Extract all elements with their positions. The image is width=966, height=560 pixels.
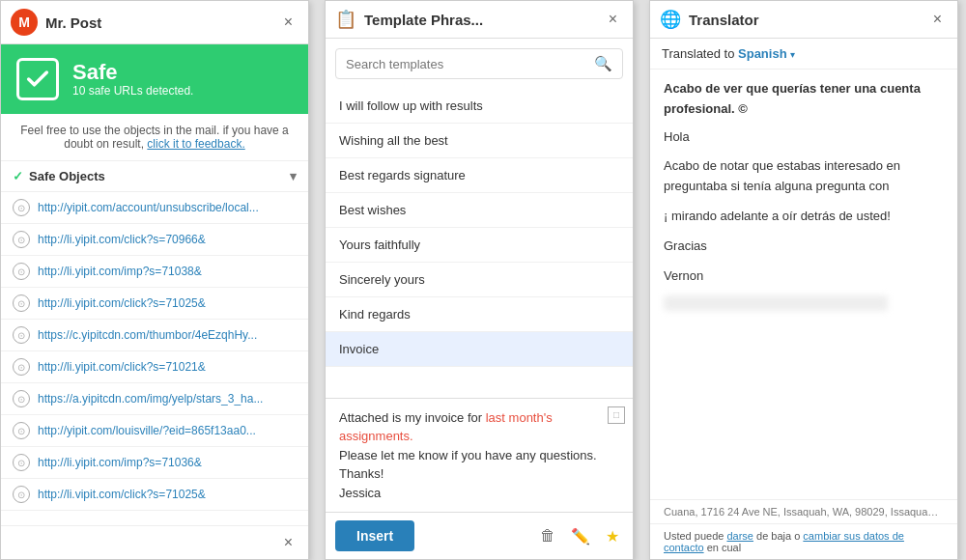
translator-icon: 🌐	[660, 9, 681, 30]
template-preview: □ Attached is my invoice for last month'…	[326, 398, 633, 513]
translator-title: Translator	[689, 12, 920, 28]
template-close-button[interactable]: ×	[603, 9, 623, 30]
feedback-text: Feel free to use the objects in the mail…	[1, 114, 308, 161]
url-text-3[interactable]: http://li.yipit.com/imp?s=71038&	[38, 265, 202, 278]
star-icon[interactable]: ★	[602, 523, 623, 549]
url-icon-7: ⊙	[13, 390, 30, 407]
template-panel: 📋 Template Phras... × 🔍 I will follow up…	[325, 0, 634, 560]
mrpost-footer-close-button[interactable]: ×	[278, 532, 298, 553]
safe-banner: Safe 10 safe URLs detected.	[1, 44, 308, 114]
url-icon-4: ⊙	[13, 294, 30, 312]
url-icon-2: ⊙	[13, 231, 30, 248]
url-item-2: ⊙ http://li.yipit.com/click?s=70966&	[1, 224, 308, 256]
feedback-link[interactable]: click it to feedback.	[147, 137, 244, 151]
preview-line1: Attached is my invoice for last month's …	[339, 408, 619, 446]
footer-suffix: en cual	[707, 542, 741, 553]
delete-icon[interactable]: 🗑	[536, 523, 559, 548]
url-icon-6: ⊙	[13, 358, 30, 376]
url-text-6[interactable]: http://li.yipit.com/click?s=71021&	[38, 360, 206, 374]
url-item-7: ⊙ https://a.yipitcdn.com/img/yelp/stars_…	[1, 383, 308, 415]
url-item-10: ⊙ http://li.vipit.com/click?s=71025&	[1, 479, 308, 511]
translator-address: Cuana, 1716 24 Ave NE, Issaquah, WA, 980…	[650, 499, 957, 523]
template-title: Template Phras...	[364, 12, 595, 28]
translation-p3: ¡ mirando adelante a oír detrás de usted…	[664, 207, 944, 227]
url-item-6: ⊙ http://li.yipit.com/click?s=71021&	[1, 351, 308, 383]
translated-to-label: Translated to	[662, 46, 734, 61]
template-item-sincerelyyours[interactable]: Sincerely yours	[326, 263, 633, 297]
translation-intro: Acabo de ver que querías tener una cuent…	[664, 79, 944, 120]
preview-line3: Thanks!	[339, 464, 619, 484]
translation-p2: Acabo de notar que estabas interesado en…	[664, 156, 944, 197]
url-icon-1: ⊙	[13, 199, 30, 216]
mrpost-title: Mr. Post	[45, 14, 270, 31]
safe-objects-header: ✓ Safe Objects ▾	[1, 161, 308, 192]
translation-p4: Gracias	[664, 237, 944, 257]
language-select-bar: Translated to Spanish ▾	[650, 39, 957, 70]
safe-objects-label: Safe Objects	[29, 169, 105, 183]
url-icon-5: ⊙	[13, 326, 30, 344]
preview-prefix: Attached is my invoice for	[339, 410, 486, 425]
template-icon: 📋	[335, 9, 356, 30]
language-selector[interactable]: Spanish	[738, 46, 787, 61]
url-text-8[interactable]: http://yipit.com/louisville/?eid=865f13a…	[38, 424, 256, 437]
preview-line4: Jessica	[339, 484, 619, 503]
preview-line2: Please let me know if you have any quest…	[339, 446, 619, 465]
safe-check-icon	[16, 58, 59, 100]
url-icon-8: ⊙	[13, 422, 30, 439]
url-text-5[interactable]: https://c.yipitcdn.com/thumbor/4eEzqhHy.…	[38, 328, 257, 342]
template-item-wishing[interactable]: Wishing all the best	[326, 124, 633, 158]
mrpost-header: M Mr. Post ×	[1, 1, 308, 44]
mrpost-footer: ×	[1, 525, 308, 559]
url-icon-3: ⊙	[13, 263, 30, 280]
url-icon-9: ⊙	[13, 454, 30, 471]
edit-icon[interactable]: ✏️	[567, 523, 594, 549]
translator-panel: 🌐 Translator × Translated to Spanish ▾ A…	[649, 0, 958, 560]
url-text-4[interactable]: http://li.yipit.com/click?s=71025&	[38, 296, 206, 310]
search-input[interactable]	[346, 57, 588, 71]
template-item-invoice[interactable]: Invoice	[326, 332, 633, 367]
url-item-3: ⊙ http://li.yipit.com/imp?s=71038&	[1, 256, 308, 288]
safe-subtitle: 10 safe URLs detected.	[72, 84, 193, 98]
url-item-5: ⊙ https://c.yipitcdn.com/thumbor/4eEzqhH…	[1, 320, 308, 351]
footer-mid: de baja o	[756, 530, 803, 542]
url-text-9[interactable]: http://li.yipit.com/imp?s=71036&	[38, 456, 202, 469]
safe-objects-check-icon: ✓	[13, 169, 23, 183]
search-icon: 🔍	[594, 55, 612, 72]
insert-button[interactable]: Insert	[335, 520, 414, 551]
translator-header: 🌐 Translator ×	[650, 1, 957, 39]
url-text-1[interactable]: http://yipit.com/account/unsubscribe/loc…	[38, 201, 259, 214]
url-text-10[interactable]: http://li.vipit.com/click?s=71025&	[38, 488, 206, 501]
translation-p5: Vernon	[664, 266, 944, 287]
template-item-bestregards[interactable]: Best regards signature	[326, 158, 633, 193]
translator-footer: Usted puede darse de baja o cambiar sus …	[650, 523, 957, 559]
url-text-7[interactable]: https://a.yipitcdn.com/img/yelp/stars_3_…	[38, 392, 263, 406]
template-search-bar[interactable]: 🔍	[335, 48, 623, 79]
url-item-4: ⊙ http://li.yipit.com/click?s=71025&	[1, 288, 308, 320]
template-item-yoursfaithfully[interactable]: Yours faithfully	[326, 228, 633, 263]
url-icon-10: ⊙	[13, 486, 30, 503]
translation-blurred	[664, 295, 888, 311]
translation-content: Acabo de ver que querías tener una cuent…	[650, 70, 957, 499]
template-footer: Insert 🗑 ✏️ ★	[326, 512, 633, 559]
preview-corner-icon[interactable]: □	[608, 406, 625, 424]
safe-objects-chevron-icon[interactable]: ▾	[290, 169, 297, 183]
url-item-8: ⊙ http://yipit.com/louisville/?eid=865f1…	[1, 415, 308, 447]
translation-p1: Hola	[664, 127, 944, 148]
template-item-followup[interactable]: I will follow up with results	[326, 89, 633, 124]
language-chevron-icon[interactable]: ▾	[790, 49, 795, 60]
url-item-9: ⊙ http://li.yipit.com/imp?s=71036&	[1, 447, 308, 479]
mrpost-logo: M	[11, 9, 38, 36]
footer-link-darse[interactable]: darse	[726, 530, 753, 542]
mrpost-panel: M Mr. Post × Safe 10 safe URLs detected.…	[0, 0, 309, 560]
translator-close-button[interactable]: ×	[927, 9, 948, 30]
footer-prefix: Usted puede	[664, 530, 726, 542]
template-header: 📋 Template Phras... ×	[326, 1, 633, 39]
safe-heading: Safe	[72, 61, 193, 84]
template-item-kindregards[interactable]: Kind regards	[326, 297, 633, 332]
url-list: ⊙ http://yipit.com/account/unsubscribe/l…	[1, 192, 308, 525]
url-item-1: ⊙ http://yipit.com/account/unsubscribe/l…	[1, 192, 308, 224]
url-text-2[interactable]: http://li.yipit.com/click?s=70966&	[38, 233, 206, 246]
template-item-bestwishes[interactable]: Best wishes	[326, 193, 633, 228]
template-list: I will follow up with results Wishing al…	[326, 89, 633, 398]
mrpost-close-button[interactable]: ×	[278, 12, 298, 33]
